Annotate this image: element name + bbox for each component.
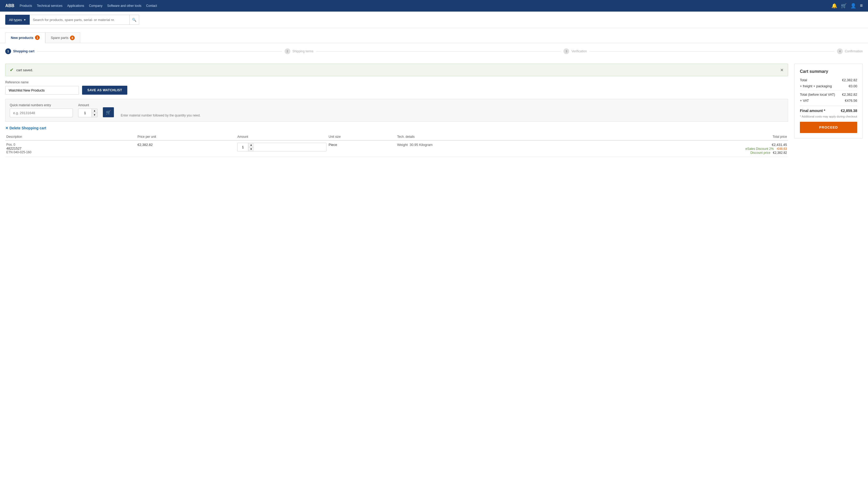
step-3-circle: 3 bbox=[563, 48, 569, 54]
nav-company[interactable]: Company bbox=[89, 4, 102, 8]
search-bar: All types ▼ 🔍 bbox=[0, 11, 868, 28]
step-3-label: Verification bbox=[571, 50, 587, 53]
nav-software[interactable]: Software and other tools bbox=[107, 4, 141, 8]
checkmark-icon: ✔ bbox=[10, 67, 14, 73]
col-unit: Unit size bbox=[328, 133, 396, 140]
discount-label: eSales Discount bbox=[745, 147, 768, 151]
step-2: 2 Shipping terms bbox=[285, 48, 313, 54]
header-nav: Products Technical services Applications… bbox=[20, 4, 157, 8]
search-button[interactable]: 🔍 bbox=[130, 15, 139, 25]
discount-percent: 2% bbox=[769, 147, 774, 151]
stepper-up-button[interactable]: ▲ bbox=[92, 109, 97, 113]
menu-icon[interactable]: ≡ bbox=[860, 3, 863, 8]
freight-value: €0.00 bbox=[848, 84, 857, 88]
tab-new-products-badge: 1 bbox=[35, 35, 40, 40]
weight-value: 30.95 Kilogram bbox=[409, 143, 432, 147]
reference-row: SAVE AS WATCHLIST bbox=[5, 86, 788, 95]
freight-label: + freight + packaging bbox=[800, 84, 832, 88]
tab-spare-parts[interactable]: Spare parts 8 bbox=[45, 32, 80, 43]
step-line-2 bbox=[316, 51, 561, 52]
step-2-label: Shipping terms bbox=[292, 50, 313, 53]
step-4-label: Confirmation bbox=[845, 50, 863, 53]
price-per-unit: €2,382.82 bbox=[137, 143, 153, 147]
total-label: Total bbox=[800, 78, 807, 82]
col-description: Description bbox=[5, 133, 136, 140]
tab-spare-parts-label: Spare parts bbox=[51, 36, 68, 40]
summary-row-final: Final amount * €2,859.38 bbox=[800, 106, 857, 113]
search-input[interactable] bbox=[30, 15, 130, 25]
quick-material-field-wrapper: Quick material numbers entry bbox=[10, 103, 73, 117]
tab-new-products[interactable]: New products 1 bbox=[5, 32, 45, 43]
table-header-row: Description Price per unit Amount Unit s… bbox=[5, 133, 788, 140]
total-before-label: Total (before local VAT) bbox=[800, 93, 835, 97]
tab-new-products-label: New products bbox=[11, 36, 33, 40]
header-icons: 🔔 🛒 👤 ≡ bbox=[831, 3, 863, 9]
step-1-circle: 1 bbox=[5, 48, 11, 54]
etn-label: ETN 040-025-160 bbox=[6, 151, 135, 154]
nav-contact[interactable]: Contact bbox=[146, 4, 157, 8]
step-4: 4 Confirmation bbox=[837, 48, 863, 54]
row-unit-size: Piece bbox=[328, 140, 396, 157]
row-stepper-up[interactable]: ▲ bbox=[248, 143, 254, 147]
save-watchlist-button[interactable]: SAVE AS WATCHLIST bbox=[82, 86, 127, 95]
table-row: Pos. 0 48221527 ETN 040-025-160 €2,382.8… bbox=[5, 140, 788, 157]
amount-input[interactable]: 1 bbox=[79, 109, 92, 117]
notification-icon[interactable]: 🔔 bbox=[831, 3, 837, 9]
col-tech: Tech. details bbox=[396, 133, 577, 140]
row-stepper-down[interactable]: ▼ bbox=[248, 147, 254, 151]
header: ABB Products Technical services Applicat… bbox=[0, 0, 868, 11]
row-description: Pos. 0 48221527 ETN 040-025-160 bbox=[5, 140, 136, 157]
nav-applications[interactable]: Applications bbox=[67, 4, 84, 8]
row-price: €2,382.82 bbox=[136, 140, 237, 157]
search-type-dropdown[interactable]: All types ▼ bbox=[5, 15, 30, 25]
step-3: 3 Verification bbox=[563, 48, 587, 54]
step-2-circle: 2 bbox=[285, 48, 290, 54]
add-to-cart-button[interactable]: 🛒 bbox=[103, 107, 114, 117]
col-price: Price per unit bbox=[136, 133, 237, 140]
stepper-down-button[interactable]: ▼ bbox=[92, 113, 97, 117]
discount-price-value: €2,382.82 bbox=[773, 151, 787, 155]
close-success-button[interactable]: ✕ bbox=[780, 68, 783, 72]
cart-area: ✔ cart saved. ✕ Reference name SAVE AS W… bbox=[5, 64, 788, 157]
quick-material-input[interactable] bbox=[10, 108, 73, 117]
cart-summary-sidebar: Cart summary Total €2,382.82 + freight +… bbox=[794, 64, 863, 157]
step-1-label: Shopping cart bbox=[13, 50, 34, 53]
delete-cart-link[interactable]: ✕ Delete Shopping cart bbox=[5, 126, 788, 130]
col-amount: Amount bbox=[236, 133, 328, 140]
dropdown-arrow-icon: ▼ bbox=[23, 19, 26, 21]
total-price-value: €2,431.45 bbox=[579, 143, 787, 147]
reference-input[interactable] bbox=[5, 86, 79, 95]
delete-x-icon: ✕ bbox=[5, 126, 8, 130]
user-icon[interactable]: 👤 bbox=[850, 3, 856, 9]
quick-hint: Enter material number followed by the qu… bbox=[121, 113, 201, 117]
cart-table: Description Price per unit Amount Unit s… bbox=[5, 133, 788, 157]
discount-price-label: Discount price bbox=[750, 151, 770, 155]
reference-area: Reference name SAVE AS WATCHLIST bbox=[5, 80, 788, 95]
step-1: 1 Shopping cart bbox=[5, 48, 34, 54]
cart-add-icon: 🛒 bbox=[106, 110, 111, 115]
success-inner: ✔ cart saved. bbox=[10, 67, 33, 73]
summary-row-total: Total €2,382.82 bbox=[800, 78, 857, 82]
tabs-container: New products 1 Spare parts 8 bbox=[5, 32, 863, 43]
nav-technical[interactable]: Technical services bbox=[37, 4, 62, 8]
total-before-value: €2,382.82 bbox=[842, 93, 857, 97]
cart-header-icon[interactable]: 🛒 bbox=[841, 3, 847, 9]
step-line-1 bbox=[37, 51, 282, 52]
discount-value: -€48.63 bbox=[776, 147, 787, 151]
proceed-button[interactable]: PROCEED bbox=[800, 122, 857, 133]
summary-row-freight: + freight + packaging €0.00 bbox=[800, 84, 857, 88]
amount-wrapper: Amount 1 ▲ ▼ bbox=[78, 103, 98, 117]
main-content: ✔ cart saved. ✕ Reference name SAVE AS W… bbox=[0, 59, 868, 161]
tab-spare-parts-badge: 8 bbox=[70, 35, 75, 40]
amount-label: Amount bbox=[78, 103, 89, 107]
row-amount-input[interactable] bbox=[238, 144, 248, 150]
amount-stepper: 1 ▲ ▼ bbox=[78, 108, 98, 117]
vat-value: €476.56 bbox=[845, 99, 857, 102]
cart-summary-title: Cart summary bbox=[800, 69, 857, 74]
delete-cart-label: Delete Shopping cart bbox=[9, 126, 46, 130]
tabs-area: New products 1 Spare parts 8 bbox=[0, 28, 868, 43]
row-tech-details: Weight 30.95 Kilogram bbox=[396, 140, 577, 157]
nav-products[interactable]: Products bbox=[20, 4, 32, 8]
vat-label: + VAT bbox=[800, 99, 809, 102]
weight-label: Weight bbox=[397, 143, 408, 147]
